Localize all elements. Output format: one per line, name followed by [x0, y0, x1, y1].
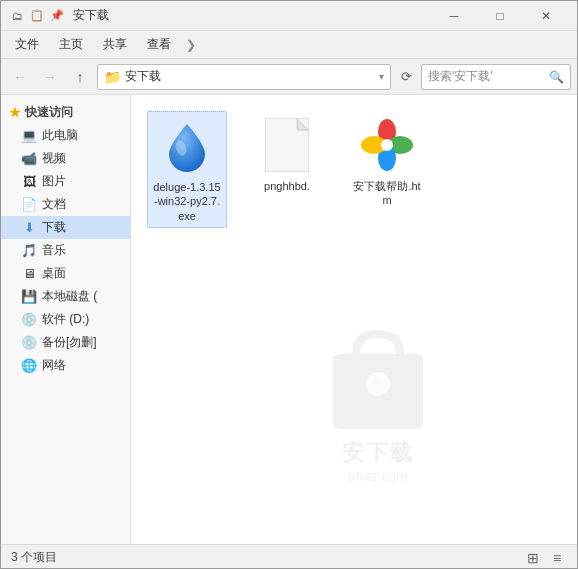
sidebar-item-softdisk[interactable]: 💿 软件 (D:): [1, 308, 130, 331]
sidebar: ★ 快速访问 💻 此电脑 📹 视频 🖼 图片 📄 文档 ⬇ 下载: [1, 95, 131, 544]
file-item-pnghhbd[interactable]: pnghhbd.: [247, 111, 327, 228]
grid-view-icon[interactable]: ⊞: [523, 548, 543, 568]
list-view-icon[interactable]: ≡: [547, 548, 567, 568]
menu-share[interactable]: 共享: [93, 31, 137, 59]
sidebar-label-backup: 备份[勿删]: [42, 334, 97, 351]
sidebar-item-video[interactable]: 📹 视频: [1, 147, 130, 170]
search-icon: 🔍: [549, 70, 564, 84]
svg-point-12: [381, 139, 393, 151]
sidebar-item-backup[interactable]: 💿 备份[勿删]: [1, 331, 130, 354]
new-folder-icon[interactable]: 🗂: [9, 8, 25, 24]
download-icon: ⬇: [21, 220, 37, 235]
watermark-url: anxz.com: [348, 468, 408, 484]
sidebar-item-desktop[interactable]: 🖥 桌面: [1, 262, 130, 285]
sidebar-label-localdisk: 本地磁盘 (: [42, 288, 97, 305]
png-file-icon: [265, 118, 309, 172]
deluge-file-label: deluge-1.3.15-win32-py2.7.exe: [152, 180, 222, 223]
status-bar: 3 个项目 ⊞ ≡: [1, 544, 577, 569]
up-button[interactable]: ↑: [67, 64, 93, 90]
music-icon: 🎵: [21, 243, 37, 258]
picture-icon: 🖼: [21, 174, 37, 189]
sidebar-label-document: 文档: [42, 196, 66, 213]
sidebar-item-computer[interactable]: 💻 此电脑: [1, 124, 130, 147]
backup-icon: 💿: [21, 335, 37, 350]
menu-view[interactable]: 查看: [137, 31, 181, 59]
main-area: ★ 快速访问 💻 此电脑 📹 视频 🖼 图片 📄 文档 ⬇ 下载: [1, 95, 577, 544]
menu-bar: 文件 主页 共享 查看 ❯: [1, 31, 577, 59]
computer-icon: 💻: [21, 128, 37, 143]
sidebar-label-softdisk: 软件 (D:): [42, 311, 89, 328]
forward-button[interactable]: →: [37, 64, 63, 90]
htm-file-icon: [361, 119, 413, 171]
toolbar: ← → ↑ 📁 安下载 ▾ ⟳ 搜索'安下载' 🔍: [1, 59, 577, 95]
maximize-button[interactable]: □: [477, 1, 523, 31]
sidebar-item-document[interactable]: 📄 文档: [1, 193, 130, 216]
desktop-icon: 🖥: [21, 266, 37, 281]
refresh-button[interactable]: ⟳: [395, 66, 417, 88]
sidebar-label-computer: 此电脑: [42, 127, 78, 144]
file-area[interactable]: 安下载 anxz.com: [131, 95, 577, 544]
sidebar-item-picture[interactable]: 🖼 图片: [1, 170, 130, 193]
title-bar-icons: 🗂 📋 📌: [9, 8, 65, 24]
sidebar-label-download: 下载: [42, 219, 66, 236]
network-icon: 🌐: [21, 358, 37, 373]
quick-access-label: 快速访问: [25, 104, 73, 121]
anxzhelp-file-label: 安下载帮助.htm: [351, 179, 423, 208]
pnghhbd-file-label: pnghhbd.: [264, 179, 310, 193]
address-dropdown-icon[interactable]: ▾: [379, 71, 384, 82]
file-item-deluge[interactable]: deluge-1.3.15-win32-py2.7.exe: [147, 111, 227, 228]
quick-access-section: ★ 快速访问 💻 此电脑 📹 视频 🖼 图片 📄 文档 ⬇ 下载: [1, 101, 130, 377]
title-bar: 🗂 📋 📌 安下载 ─ □ ✕: [1, 1, 577, 31]
menu-home[interactable]: 主页: [49, 31, 93, 59]
status-view-icons: ⊞ ≡: [523, 548, 567, 568]
back-button[interactable]: ←: [7, 64, 33, 90]
softdisk-icon: 💿: [21, 312, 37, 327]
title-bar-controls: ─ □ ✕: [431, 1, 569, 31]
deluge-exe-icon: [161, 120, 213, 172]
search-placeholder: 搜索'安下载': [428, 68, 545, 85]
address-bar[interactable]: 📁 安下载 ▾: [97, 64, 391, 90]
properties-icon[interactable]: 📋: [29, 8, 45, 24]
sidebar-label-video: 视频: [42, 150, 66, 167]
sidebar-label-music: 音乐: [42, 242, 66, 259]
video-icon: 📹: [21, 151, 37, 166]
search-bar[interactable]: 搜索'安下载' 🔍: [421, 64, 571, 90]
watermark: 安下载 anxz.com: [318, 324, 438, 484]
sidebar-item-download[interactable]: ⬇ 下载: [1, 216, 130, 239]
watermark-text: 安下载: [342, 438, 414, 468]
folder-icon: 📁: [104, 69, 121, 85]
anxzhelp-icon-wrap: [357, 115, 417, 175]
sidebar-item-music[interactable]: 🎵 音乐: [1, 239, 130, 262]
title-bar-title: 安下载: [73, 7, 431, 24]
sidebar-item-network[interactable]: 🌐 网络: [1, 354, 130, 377]
watermark-bag-icon: [318, 324, 438, 448]
close-button[interactable]: ✕: [523, 1, 569, 31]
address-text: 安下载: [125, 68, 375, 85]
files-grid: deluge-1.3.15-win32-py2.7.exe pnghhbd.: [147, 111, 561, 228]
quick-access-header[interactable]: ★ 快速访问: [1, 101, 130, 124]
svg-point-1: [366, 372, 390, 396]
pin-icon[interactable]: 📌: [49, 8, 65, 24]
pnghhbd-icon-wrap: [257, 115, 317, 175]
deluge-icon-wrap: [157, 116, 217, 176]
minimize-button[interactable]: ─: [431, 1, 477, 31]
sidebar-label-picture: 图片: [42, 173, 66, 190]
menu-more-icon[interactable]: ❯: [181, 35, 201, 55]
file-item-anxzhelp[interactable]: 安下载帮助.htm: [347, 111, 427, 228]
localdisk-icon: 💾: [21, 289, 37, 304]
star-icon: ★: [9, 105, 21, 120]
sidebar-item-localdisk[interactable]: 💾 本地磁盘 (: [1, 285, 130, 308]
svg-rect-0: [333, 354, 423, 429]
status-count: 3 个项目: [11, 549, 57, 566]
sidebar-label-network: 网络: [42, 357, 66, 374]
sidebar-label-desktop: 桌面: [42, 265, 66, 282]
menu-file[interactable]: 文件: [5, 31, 49, 59]
document-icon: 📄: [21, 197, 37, 212]
